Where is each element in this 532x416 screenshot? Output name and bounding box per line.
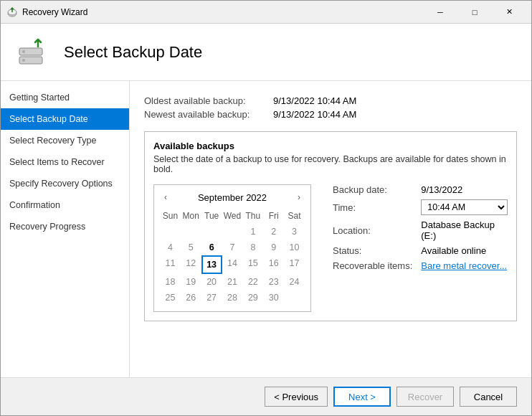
backup-details: Backup date: 9/13/2022 Time: 10:44 AM Lo… — [333, 184, 508, 271]
window-title: Recovery Wizard — [22, 7, 424, 17]
cal-day-18[interactable]: 18 — [160, 274, 181, 290]
svg-point-5 — [22, 59, 25, 62]
oldest-backup-row: Oldest available backup: 9/13/2022 10:44… — [144, 95, 517, 106]
recoverable-label: Recoverable items: — [333, 260, 412, 271]
backup-date-value: 9/13/2022 — [421, 184, 508, 195]
sidebar-item-getting-started[interactable]: Getting Started — [1, 87, 129, 108]
content-area: Getting StartedSelect Backup DateSelect … — [1, 81, 531, 377]
title-bar: Recovery Wizard ─ □ ✕ — [1, 1, 531, 24]
wizard-header: Select Backup Date — [1, 24, 531, 81]
cal-header-wed: Wed — [222, 208, 243, 224]
cal-day-2[interactable]: 2 — [263, 224, 284, 240]
calendar-and-details: ‹ September 2022 › SunMonTueWedThuFriSat… — [153, 184, 508, 312]
sidebar: Getting StartedSelect Backup DateSelect … — [1, 81, 130, 377]
calendar-header: ‹ September 2022 › — [160, 191, 305, 204]
cal-day-16[interactable]: 16 — [263, 255, 284, 274]
location-label: Location: — [333, 225, 412, 236]
cal-day-25[interactable]: 25 — [160, 290, 181, 306]
svg-point-4 — [22, 50, 25, 53]
wizard-window: Recovery Wizard ─ □ ✕ Select Backup Date — [0, 0, 532, 416]
cal-header-tue: Tue — [201, 208, 222, 224]
time-select[interactable]: 10:44 AM — [421, 199, 508, 215]
calendar-next-button[interactable]: › — [293, 191, 305, 204]
cal-day-empty — [284, 290, 305, 306]
sidebar-item-select-recovery-type[interactable]: Select Recovery Type — [1, 130, 129, 151]
sidebar-item-recovery-progress[interactable]: Recovery Progress — [1, 216, 129, 237]
sidebar-item-select-backup-date[interactable]: Select Backup Date — [1, 108, 129, 130]
close-button[interactable]: ✕ — [493, 5, 526, 19]
cal-day-1[interactable]: 1 — [242, 224, 263, 240]
cal-header-sat: Sat — [284, 208, 305, 224]
cal-day-28[interactable]: 28 — [222, 290, 243, 306]
cal-day-24[interactable]: 24 — [284, 274, 305, 290]
backup-date-label: Backup date: — [333, 184, 412, 195]
recoverable-link[interactable]: Bare metal recover... — [421, 260, 508, 271]
cal-day-22[interactable]: 22 — [242, 274, 263, 290]
wizard-footer: < Previous Next > Recover Cancel — [1, 377, 531, 415]
cal-day-23[interactable]: 23 — [263, 274, 284, 290]
location-value: Database Backup (E:) — [421, 219, 508, 241]
calendar-month-year: September 2022 — [198, 192, 267, 203]
cal-day-21[interactable]: 21 — [222, 274, 243, 290]
cal-day-empty — [222, 224, 243, 240]
window-icon — [6, 6, 18, 18]
cal-header-thu: Thu — [242, 208, 263, 224]
oldest-backup-value: 9/13/2022 10:44 AM — [273, 95, 356, 106]
maximize-button[interactable]: □ — [458, 5, 491, 19]
cal-day-6[interactable]: 6 — [201, 240, 222, 255]
section-title: Available backups — [153, 141, 508, 151]
cal-day-30[interactable]: 30 — [263, 290, 284, 306]
window-controls: ─ □ ✕ — [424, 5, 526, 19]
calendar-prev-button[interactable]: ‹ — [160, 191, 171, 204]
cal-header-mon: Mon — [181, 208, 201, 224]
cal-day-empty — [201, 224, 222, 240]
cal-day-empty — [181, 224, 201, 240]
newest-backup-row: Newest available backup: 9/13/2022 10:44… — [144, 109, 517, 120]
cancel-button[interactable]: Cancel — [460, 387, 517, 407]
newest-backup-value: 9/13/2022 10:44 AM — [273, 109, 356, 120]
cal-day-11[interactable]: 11 — [160, 255, 181, 274]
cal-day-3[interactable]: 3 — [284, 224, 305, 240]
cal-day-17[interactable]: 17 — [284, 255, 305, 274]
cal-day-9[interactable]: 9 — [263, 240, 284, 255]
cal-day-14[interactable]: 14 — [222, 255, 243, 274]
time-label: Time: — [333, 202, 412, 213]
calendar: ‹ September 2022 › SunMonTueWedThuFriSat… — [153, 184, 311, 312]
previous-button[interactable]: < Previous — [265, 387, 328, 407]
status-label: Status: — [333, 245, 412, 256]
page-title: Select Backup Date — [64, 43, 202, 62]
oldest-backup-label: Oldest available backup: — [144, 95, 273, 106]
cal-day-5[interactable]: 5 — [181, 240, 201, 255]
cal-day-12[interactable]: 12 — [181, 255, 201, 274]
newest-backup-label: Newest available backup: — [144, 109, 273, 120]
cal-day-15[interactable]: 15 — [242, 255, 263, 274]
cal-day-13[interactable]: 13 — [201, 255, 222, 274]
sidebar-item-specify-options[interactable]: Specify Recovery Options — [1, 173, 129, 194]
cal-day-19[interactable]: 19 — [181, 274, 201, 290]
cal-day-26[interactable]: 26 — [181, 290, 201, 306]
sidebar-item-confirmation[interactable]: Confirmation — [1, 194, 129, 216]
cal-day-29[interactable]: 29 — [242, 290, 263, 306]
available-backups-section: Available backups Select the date of a b… — [144, 131, 517, 321]
status-value: Available online — [421, 245, 508, 256]
minimize-button[interactable]: ─ — [424, 5, 457, 19]
sidebar-item-select-items[interactable]: Select Items to Recover — [1, 151, 129, 173]
cal-day-10[interactable]: 10 — [284, 240, 305, 255]
cal-day-27[interactable]: 27 — [201, 290, 222, 306]
cal-day-8[interactable]: 8 — [242, 240, 263, 255]
cal-header-sun: Sun — [160, 208, 181, 224]
recover-button[interactable]: Recover — [396, 387, 454, 407]
cal-day-20[interactable]: 20 — [201, 274, 222, 290]
next-button[interactable]: Next > — [333, 387, 391, 407]
main-content: Oldest available backup: 9/13/2022 10:44… — [130, 81, 531, 377]
cal-day-4[interactable]: 4 — [160, 240, 181, 255]
cal-header-fri: Fri — [263, 208, 284, 224]
header-icon — [15, 34, 52, 71]
section-subtitle: Select the date of a backup to use for r… — [153, 154, 508, 174]
cal-day-empty — [160, 224, 181, 240]
calendar-grid: SunMonTueWedThuFriSat1234567891011121314… — [160, 208, 305, 306]
cal-day-7[interactable]: 7 — [222, 240, 243, 255]
